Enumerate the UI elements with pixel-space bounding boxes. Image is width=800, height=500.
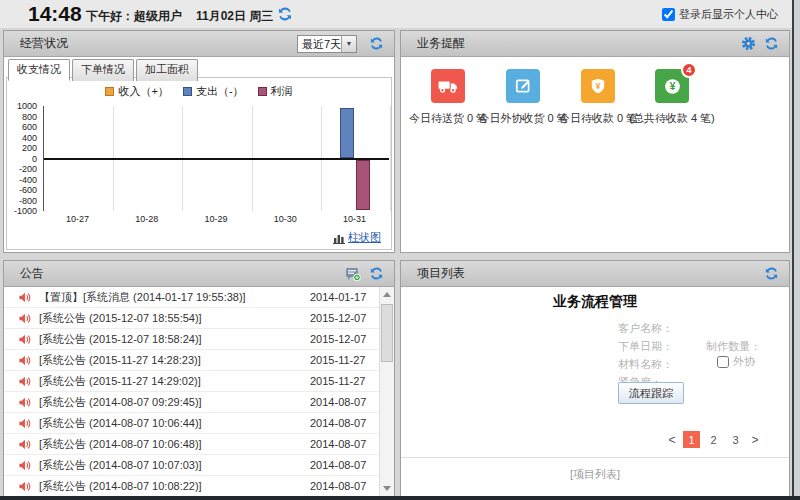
announcements-panel: 公告 【置顶】[系统消息 (201 bbox=[3, 260, 395, 497]
speaker-icon bbox=[18, 312, 31, 325]
bar-chart-link[interactable]: 柱状图 bbox=[333, 230, 381, 245]
reminder-label: (总共待收款 4 笔) bbox=[627, 111, 717, 126]
y-axis-tick: -200 bbox=[19, 164, 37, 174]
project-list-body: 业务流程管理 客户名称： 下单日期： 制作数量： 材料名称： 外协 紧急度： 流… bbox=[401, 287, 789, 496]
quantity-label: 制作数量： bbox=[706, 339, 761, 354]
x-axis-tick: 10-29 bbox=[204, 214, 227, 224]
reminders-refresh-icon[interactable] bbox=[764, 36, 779, 51]
count-badge: 4 bbox=[681, 62, 697, 78]
announcement-date: 2014-08-07 bbox=[310, 480, 366, 492]
page-button-2[interactable]: 2 bbox=[705, 431, 722, 448]
page-button-1[interactable]: 1 bbox=[683, 431, 700, 448]
y-axis-tick: -1000 bbox=[14, 206, 37, 216]
panel-title: 业务提醒 bbox=[417, 35, 465, 52]
speaker-icon bbox=[18, 354, 31, 367]
clock: 14:48 bbox=[28, 2, 82, 26]
y-axis-tick: -800 bbox=[19, 196, 37, 206]
announcement-row[interactable]: [系统公告 (2014-08-07 10:08:22)] 2014-08-07 bbox=[4, 476, 394, 496]
page-prev-button[interactable]: < bbox=[666, 431, 678, 448]
business-status-header: 经营状况 最近7天 ▼ bbox=[4, 31, 394, 57]
window-right-edge bbox=[792, 0, 800, 500]
yuan-shield-icon: ¥ bbox=[581, 69, 615, 103]
panel-title: 公告 bbox=[20, 265, 44, 282]
x-axis-tick: 10-30 bbox=[274, 214, 297, 224]
bar-chart-link-label: 柱状图 bbox=[348, 230, 381, 245]
announcement-row[interactable]: [系统公告 (2014-08-07 10:06:44)] 2014-08-07 bbox=[4, 413, 394, 434]
chart-bar bbox=[356, 160, 370, 210]
announcement-row[interactable]: [系统公告 (2014-08-07 09:29:45)] 2014-08-07 bbox=[4, 392, 394, 413]
announcement-text: [系统公告 (2015-12-07 18:55:54)] bbox=[39, 311, 202, 326]
add-announcement-icon[interactable] bbox=[345, 266, 361, 282]
personal-center-toggle[interactable]: 登录后显示个人中心 bbox=[662, 7, 778, 22]
x-axis-tick: 10-28 bbox=[135, 214, 158, 224]
tab-processing-area[interactable]: 加工面积 bbox=[136, 59, 198, 81]
announcement-date: 2014-08-07 bbox=[310, 417, 366, 429]
announcement-date: 2014-08-07 bbox=[310, 459, 366, 471]
business-status-body: 收支情况 下单情况 加工面积 收入（+） 支出（-） 利润 1000800600… bbox=[4, 57, 394, 252]
zero-axis-line bbox=[44, 158, 389, 160]
announcement-row[interactable]: [系统公告 (2015-11-27 14:28:23)] 2015-11-27 bbox=[4, 350, 394, 371]
panel-title: 项目列表 bbox=[417, 265, 465, 282]
workflow-track-button[interactable]: 流程跟踪 bbox=[618, 382, 684, 404]
date-range-select[interactable]: 最近7天 ▼ bbox=[297, 35, 357, 53]
announcement-text: [系统公告 (2015-12-07 18:58:24)] bbox=[39, 332, 202, 347]
speaker-icon bbox=[18, 417, 31, 430]
announcements-refresh-icon[interactable] bbox=[369, 266, 384, 281]
announcement-row[interactable]: [系统公告 (2014-08-07 10:06:48)] 2014-08-07 bbox=[4, 434, 394, 455]
legend-label: 支出（-） bbox=[196, 84, 244, 99]
project-list-header: 项目列表 bbox=[401, 261, 789, 287]
speaker-icon bbox=[18, 375, 31, 388]
announcement-date: 2015-11-27 bbox=[310, 354, 365, 366]
announcement-row[interactable]: [系统公告 (2014-08-07 10:07:03)] 2014-08-07 bbox=[4, 455, 394, 476]
announcement-text: [系统公告 (2014-08-07 09:29:45)] bbox=[39, 395, 202, 410]
announcement-row[interactable]: [系统公告 (2015-11-27 14:29:02)] 2015-11-27 bbox=[4, 371, 394, 392]
announcement-row[interactable]: [系统公告 (2015-12-07 18:58:24)] 2015-12-07 bbox=[4, 329, 394, 350]
tab-orders[interactable]: 下单情况 bbox=[72, 59, 134, 81]
page-button-3[interactable]: 3 bbox=[727, 431, 744, 448]
gear-icon[interactable] bbox=[741, 36, 756, 51]
x-axis-tick: 10-27 bbox=[66, 214, 89, 224]
page-next-button[interactable]: > bbox=[749, 431, 761, 448]
tab-income-expense[interactable]: 收支情况 bbox=[8, 59, 70, 81]
project-list-refresh-icon[interactable] bbox=[764, 266, 779, 281]
legend-swatch-income bbox=[105, 87, 114, 96]
chevron-down-icon[interactable]: ▼ bbox=[341, 36, 356, 52]
greeting-text: 下午好：超级用户 bbox=[86, 8, 182, 25]
chart-yticks: 10008006004002000-200-400-600-800-1000 bbox=[7, 106, 41, 211]
legend-label: 利润 bbox=[271, 84, 293, 99]
y-axis-tick: 800 bbox=[22, 112, 37, 122]
topbar-refresh-icon[interactable] bbox=[277, 6, 293, 26]
announcement-date: 2015-11-27 bbox=[310, 375, 365, 387]
announcement-text: [系统公告 (2014-08-07 10:06:44)] bbox=[39, 416, 202, 431]
personal-center-checkbox[interactable] bbox=[662, 8, 675, 21]
y-axis-tick: -400 bbox=[19, 175, 37, 185]
panel-title: 经营状况 bbox=[20, 35, 68, 52]
scrollbar-thumb[interactable] bbox=[381, 304, 393, 362]
outsource-checkbox-row[interactable]: 外协 bbox=[717, 354, 755, 369]
reminder-payment-total[interactable]: ¥ 4 (总共待收款 4 笔) bbox=[627, 69, 717, 126]
speaker-icon bbox=[18, 333, 31, 346]
edit-icon bbox=[506, 69, 540, 103]
x-axis-tick: 10-31 bbox=[343, 214, 366, 224]
scroll-up-arrow[interactable] bbox=[380, 287, 394, 302]
chart-container: 收入（+） 支出（-） 利润 10008006004002000-200-400… bbox=[6, 77, 392, 250]
announcement-row[interactable]: 【置顶】[系统消息 (2014-01-17 19:55:38)] 2014-01… bbox=[4, 287, 394, 308]
announcement-date: 2015-12-07 bbox=[310, 333, 366, 345]
y-axis-tick: 1000 bbox=[17, 101, 37, 111]
speaker-icon bbox=[18, 480, 31, 493]
workflow-heading: 业务流程管理 bbox=[401, 293, 789, 311]
legend-item: 利润 bbox=[258, 84, 293, 99]
speaker-icon bbox=[18, 396, 31, 409]
legend-label: 收入（+） bbox=[118, 84, 168, 99]
scroll-down-arrow[interactable] bbox=[380, 481, 394, 496]
announcement-text: [系统公告 (2014-08-07 10:08:22)] bbox=[39, 479, 202, 494]
announcement-row[interactable]: [系统公告 (2015-12-07 18:55:54)] 2015-12-07 bbox=[4, 308, 394, 329]
reminders-header: 业务提醒 bbox=[401, 31, 789, 57]
outsource-checkbox[interactable] bbox=[717, 356, 729, 368]
legend-swatch-profit bbox=[258, 87, 267, 96]
speaker-icon bbox=[18, 438, 31, 451]
announcements-scrollbar[interactable] bbox=[379, 287, 394, 496]
announcement-date: 2014-08-07 bbox=[310, 438, 366, 450]
business-status-refresh-icon[interactable] bbox=[369, 36, 384, 51]
material-name-label: 材料名称： bbox=[618, 357, 673, 372]
